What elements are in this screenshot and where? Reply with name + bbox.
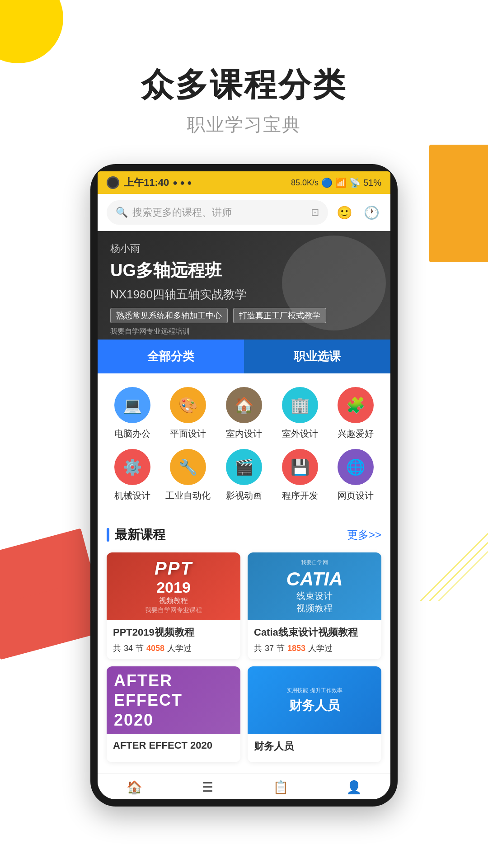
category-item-3[interactable]: 🏢 室外设计 [274, 387, 326, 440]
hero-section: 众多课程分类 职业学习宝典 [0, 0, 488, 155]
category-icon-7: 🎬 [226, 449, 262, 485]
category-item-6[interactable]: 🔧 工业自动化 [163, 449, 214, 502]
course-name-catia: Catia线束设计视频教程 [254, 626, 375, 639]
banner-small-text: 我要自学网专业远程培训 [110, 327, 378, 336]
category-icon-5: ⚙️ [114, 449, 150, 485]
nav-item-3[interactable]: 👤 [317, 780, 390, 795]
course-thumb-finance: 实用技能 提升工作效率 财务人员 [248, 666, 381, 734]
network-speed-text: 85.0K/s [291, 178, 319, 188]
banner-tag-2: 打造真正工厂模式教学 [233, 308, 326, 323]
learners-label: 人学过 [167, 643, 192, 654]
course-card-catia[interactable]: 我要自学网 CATIA 线束设计视频教程 Catia线束设计视频教程 共 37 … [248, 552, 381, 659]
category-item-1[interactable]: 🎨 平面设计 [163, 387, 214, 440]
course-name-ppt2019: PPT2019视频教程 [113, 626, 234, 639]
course-banner[interactable]: 杨小雨 UG多轴远程班 NX1980四轴五轴实战教学 熟悉常见系统和多轴加工中心… [98, 231, 390, 340]
sections-num: 34 [124, 644, 133, 653]
learners-num: 1853 [287, 644, 305, 653]
scan-icon[interactable]: ⊡ [311, 207, 319, 218]
wifi-icon: 📡 [349, 177, 361, 188]
category-buttons-row: 全部分类 职业选课 [98, 340, 390, 373]
nav-icon-0: 🏠 [127, 780, 142, 795]
nav-icon-1: ☰ [202, 780, 213, 795]
course-info-ppt2019: PPT2019视频教程 共 34 节 4058 人学过 [107, 620, 240, 659]
status-bar: 上午11:40 ● ● ● 85.0K/s 🔵 📶 📡 51% [98, 171, 390, 194]
category-icon-0: 💻 [114, 387, 150, 423]
nav-item-2[interactable]: 📋 [244, 780, 317, 795]
nav-icon-3: 👤 [346, 780, 362, 795]
signal-icon: 📶 [335, 177, 347, 188]
nav-icon-2: 📋 [273, 780, 289, 795]
category-item-0[interactable]: 💻 电脑办公 [107, 387, 158, 440]
category-label-9: 网页设计 [338, 490, 374, 502]
learners-label: 人学过 [308, 643, 333, 654]
hero-subtitle: 职业学习宝典 [0, 112, 488, 137]
category-item-4[interactable]: 🧩 兴趣爱好 [330, 387, 381, 440]
search-icon: 🔍 [116, 207, 128, 218]
category-icon-2: 🏠 [226, 387, 262, 423]
hero-title: 众多课程分类 [0, 63, 488, 107]
banner-tag-1: 熟悉常见系统和多轴加工中心 [110, 308, 228, 323]
category-label-5: 机械设计 [114, 490, 150, 502]
category-item-9[interactable]: 🌐 网页设计 [330, 449, 381, 502]
course-grid: PPT 2019 视频教程 我要自学网专业课程 PPT2019视频教程 共 34… [107, 552, 381, 762]
category-icon-4: 🧩 [338, 387, 374, 423]
learners-num: 4058 [146, 644, 164, 653]
category-icon-9: 🌐 [338, 449, 374, 485]
category-card: 💻 电脑办公 🎨 平面设计 🏠 室内设计 🏢 室外设计 🧩 兴趣爱好 ⚙️ 机械… [98, 373, 390, 515]
category-icon-3: 🏢 [282, 387, 318, 423]
course-meta-catia: 共 37 节 1853 人学过 [254, 643, 375, 654]
category-label-4: 兴趣爱好 [338, 428, 374, 440]
category-icon-8: 💾 [282, 449, 318, 485]
banner-author: 杨小雨 [110, 242, 378, 255]
camera-cutout [107, 176, 119, 189]
course-card-ppt2019[interactable]: PPT 2019 视频教程 我要自学网专业课程 PPT2019视频教程 共 34… [107, 552, 240, 659]
banner-tags: 熟悉常见系统和多轴加工中心 打造真正工厂模式教学 [110, 308, 378, 323]
search-placeholder: 搜索更多的课程、讲师 [132, 206, 232, 219]
smiley-icon[interactable]: 🙂 [334, 203, 354, 222]
career-selection-button[interactable]: 职业选课 [244, 340, 390, 373]
phone-screen: 🔍 搜索更多的课程、讲师 ⊡ 🙂 🕐 杨小雨 UG多轴远程班 NX1980四轴五… [98, 194, 390, 799]
course-info-catia: Catia线束设计视频教程 共 37 节 1853 人学过 [248, 620, 381, 659]
category-icon-1: 🎨 [170, 387, 206, 423]
more-link[interactable]: 更多>> [347, 528, 381, 542]
course-info-ae2020: AFTER EFFECT 2020 [107, 734, 240, 760]
latest-indicator [107, 528, 109, 542]
category-item-2[interactable]: 🏠 室内设计 [218, 387, 270, 440]
banner-subtitle: NX1980四轴五轴实战教学 [110, 287, 378, 302]
nav-item-0[interactable]: 🏠 [98, 780, 171, 795]
sections-unit: 节 [136, 643, 144, 654]
category-label-0: 电脑办公 [114, 428, 150, 440]
sections-label: 共 [113, 643, 121, 654]
search-bar-row: 🔍 搜索更多的课程、讲师 ⊡ 🙂 🕐 [98, 194, 390, 231]
bluetooth-icon: 🔵 [321, 177, 333, 188]
category-grid: 💻 电脑办公 🎨 平面设计 🏠 室内设计 🏢 室外设计 🧩 兴趣爱好 ⚙️ 机械… [107, 387, 381, 502]
course-thumb-ppt2019: PPT 2019 视频教程 我要自学网专业课程 [107, 552, 240, 620]
course-info-finance: 财务人员 [248, 734, 381, 762]
clock-icon[interactable]: 🕐 [361, 203, 381, 222]
category-item-7[interactable]: 🎬 影视动画 [218, 449, 270, 502]
course-card-ae2020[interactable]: AFTEREFFECT2020 AFTER EFFECT 2020 [107, 666, 240, 762]
status-dot: ● ● ● [173, 178, 192, 188]
sections-unit: 节 [277, 643, 285, 654]
all-categories-button[interactable]: 全部分类 [98, 340, 244, 373]
category-item-8[interactable]: 💾 程序开发 [274, 449, 326, 502]
category-label-1: 平面设计 [170, 428, 206, 440]
latest-title: 最新课程 [115, 526, 165, 543]
course-name-ae2020: AFTER EFFECT 2020 [113, 740, 234, 751]
course-meta-ppt2019: 共 34 节 4058 人学过 [113, 643, 234, 654]
category-label-8: 程序开发 [282, 490, 318, 502]
status-time: 上午11:40 [124, 176, 169, 189]
latest-section: 最新课程 更多>> PPT 2019 视频教程 我要自学网专业课程 PPT201… [98, 515, 390, 773]
search-action-icons: 🙂 🕐 [334, 203, 381, 222]
course-card-finance[interactable]: 实用技能 提升工作效率 财务人员 财务人员 [248, 666, 381, 762]
course-name-finance: 财务人员 [254, 740, 375, 753]
course-thumb-ae2020: AFTEREFFECT2020 [107, 666, 240, 734]
battery-text: 51% [363, 178, 381, 188]
category-icon-6: 🔧 [170, 449, 206, 485]
phone-mockup: 上午11:40 ● ● ● 85.0K/s 🔵 📶 📡 51% 🔍 搜索更多的课… [0, 164, 488, 807]
category-item-5[interactable]: ⚙️ 机械设计 [107, 449, 158, 502]
category-label-7: 影视动画 [226, 490, 262, 502]
nav-item-1[interactable]: ☰ [171, 780, 244, 795]
search-input-box[interactable]: 🔍 搜索更多的课程、讲师 ⊡ [107, 200, 328, 225]
sections-num: 37 [265, 644, 274, 653]
